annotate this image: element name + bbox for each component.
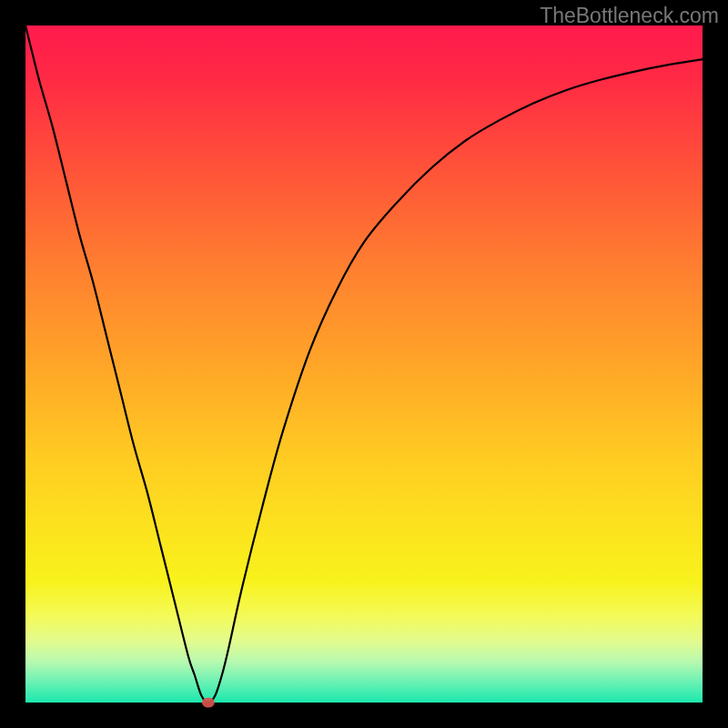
bottleneck-curve — [25, 25, 703, 703]
plot-area — [25, 25, 703, 703]
watermark-label: TheBottleneck.com — [540, 4, 719, 28]
chart-frame: TheBottleneck.com — [0, 0, 728, 728]
curve-svg — [25, 25, 703, 703]
optimum-marker — [202, 698, 215, 708]
